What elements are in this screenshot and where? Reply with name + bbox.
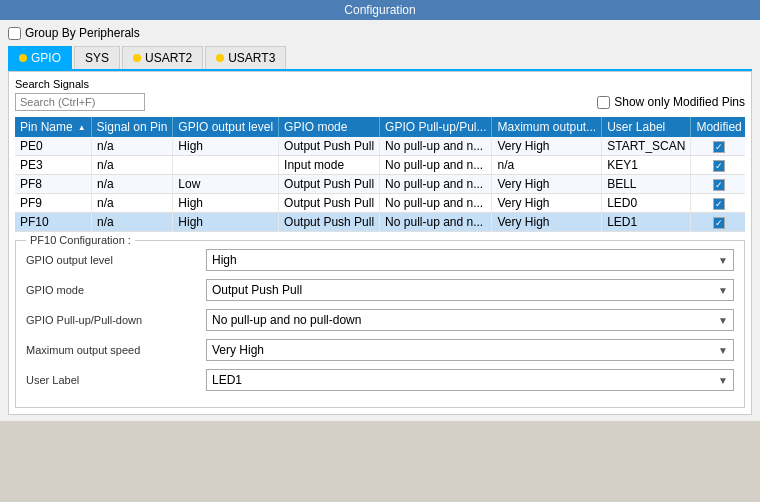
cell-pin-name: PF10 — [15, 213, 92, 232]
tab-sys-label: SYS — [85, 51, 109, 65]
modified-checkbox-icon — [713, 217, 725, 229]
cell-user-label: START_SCAN — [602, 137, 691, 156]
cell-pull-up: No pull-up and n... — [380, 156, 492, 175]
config-label-maxOutputSpeed: Maximum output speed — [26, 344, 206, 356]
config-select-gpioPullUpDown[interactable]: No pull-up and no pull-down ▼ — [206, 309, 734, 331]
chevron-down-icon: ▼ — [718, 375, 728, 386]
cell-pin-name: PE0 — [15, 137, 92, 156]
cell-max-speed: Very High — [492, 213, 602, 232]
config-select-value-gpioPullUpDown: No pull-up and no pull-down — [212, 313, 361, 327]
config-select-value-userLabel: LED1 — [212, 373, 242, 387]
cell-pin-name: PF8 — [15, 175, 92, 194]
chevron-down-icon: ▼ — [718, 255, 728, 266]
show-modified-checkbox[interactable] — [597, 96, 610, 109]
table-row[interactable]: PF10 n/a High Output Push Pull No pull-u… — [15, 213, 745, 232]
cell-gpio-level: High — [173, 194, 279, 213]
tab-usart3[interactable]: USART3 — [205, 46, 286, 69]
group-by-checkbox[interactable] — [8, 27, 21, 40]
cell-gpio-level: High — [173, 213, 279, 232]
table-row[interactable]: PE3 n/a Input mode No pull-up and n... n… — [15, 156, 745, 175]
col-pull-up[interactable]: GPIO Pull-up/Pul... — [380, 117, 492, 137]
config-label-gpioPullUpDown: GPIO Pull-up/Pull-down — [26, 314, 206, 326]
cell-signal: n/a — [92, 194, 173, 213]
config-label-gpioOutputLevel: GPIO output level — [26, 254, 206, 266]
cell-gpio-mode: Input mode — [279, 156, 380, 175]
tab-sys[interactable]: SYS — [74, 46, 120, 69]
cell-max-speed: Very High — [492, 194, 602, 213]
config-row-maxOutputSpeed: Maximum output speed Very High ▼ — [26, 339, 734, 361]
cell-user-label: LED0 — [602, 194, 691, 213]
modified-checkbox-icon — [713, 179, 725, 191]
config-label-userLabel: User Label — [26, 374, 206, 386]
cell-max-speed: Very High — [492, 137, 602, 156]
col-user-label[interactable]: User Label — [602, 117, 691, 137]
cell-gpio-mode: Output Push Pull — [279, 194, 380, 213]
cell-modified — [691, 137, 745, 156]
tab-usart2[interactable]: USART2 — [122, 46, 203, 69]
chevron-down-icon: ▼ — [718, 285, 728, 296]
cell-max-speed: n/a — [492, 156, 602, 175]
config-select-gpioOutputLevel[interactable]: High ▼ — [206, 249, 734, 271]
table-row[interactable]: PF9 n/a High Output Push Pull No pull-up… — [15, 194, 745, 213]
cell-gpio-level: High — [173, 137, 279, 156]
sort-arrow-icon: ▲ — [78, 123, 86, 132]
pin-table: Pin Name ▲ Signal on Pin GPIO output lev… — [15, 117, 745, 232]
modified-checkbox-icon — [713, 198, 725, 210]
table-row[interactable]: PF8 n/a Low Output Push Pull No pull-up … — [15, 175, 745, 194]
col-pin-name-text: Pin Name — [20, 120, 73, 134]
cell-pull-up: No pull-up and n... — [380, 194, 492, 213]
col-pin-name[interactable]: Pin Name ▲ — [15, 117, 92, 137]
col-gpio-mode[interactable]: GPIO mode — [279, 117, 380, 137]
gpio-dot-icon — [19, 54, 27, 62]
table-row[interactable]: PE0 n/a High Output Push Pull No pull-up… — [15, 137, 745, 156]
cell-gpio-mode: Output Push Pull — [279, 175, 380, 194]
tab-gpio[interactable]: GPIO — [8, 46, 72, 69]
group-by-text: Group By Peripherals — [25, 26, 140, 40]
config-select-maxOutputSpeed[interactable]: Very High ▼ — [206, 339, 734, 361]
cell-max-speed: Very High — [492, 175, 602, 194]
config-row-userLabel: User Label LED1 ▼ — [26, 369, 734, 391]
cell-modified — [691, 194, 745, 213]
col-signal[interactable]: Signal on Pin — [92, 117, 173, 137]
chevron-down-icon: ▼ — [718, 315, 728, 326]
cell-signal: n/a — [92, 137, 173, 156]
title-text: Configuration — [344, 3, 415, 17]
cell-gpio-mode: Output Push Pull — [279, 213, 380, 232]
cell-user-label: KEY1 — [602, 156, 691, 175]
cell-pull-up: No pull-up and n... — [380, 137, 492, 156]
cell-gpio-level: Low — [173, 175, 279, 194]
main-panel: Search Signals Show only Modified Pins P… — [8, 71, 752, 415]
cell-modified — [691, 156, 745, 175]
cell-pin-name: PE3 — [15, 156, 92, 175]
cell-user-label: BELL — [602, 175, 691, 194]
config-label-gpioMode: GPIO mode — [26, 284, 206, 296]
chevron-down-icon: ▼ — [718, 345, 728, 356]
col-gpio-level[interactable]: GPIO output level — [173, 117, 279, 137]
cell-signal: n/a — [92, 213, 173, 232]
search-input[interactable] — [15, 93, 145, 111]
config-select-gpioMode[interactable]: Output Push Pull ▼ — [206, 279, 734, 301]
table-wrapper: Pin Name ▲ Signal on Pin GPIO output lev… — [15, 117, 745, 232]
config-row-gpioPullUpDown: GPIO Pull-up/Pull-down No pull-up and no… — [26, 309, 734, 331]
col-modified[interactable]: Modified — [691, 117, 745, 137]
modified-checkbox-icon — [713, 160, 725, 172]
config-row-gpioMode: GPIO mode Output Push Pull ▼ — [26, 279, 734, 301]
cell-modified — [691, 213, 745, 232]
cell-gpio-mode: Output Push Pull — [279, 137, 380, 156]
config-legend: PF10 Configuration : — [26, 234, 135, 246]
usart3-dot-icon — [216, 54, 224, 62]
config-row-gpioOutputLevel: GPIO output level High ▼ — [26, 249, 734, 271]
tab-usart2-label: USART2 — [145, 51, 192, 65]
tab-gpio-label: GPIO — [31, 51, 61, 65]
config-select-userLabel[interactable]: LED1 ▼ — [206, 369, 734, 391]
col-max-speed[interactable]: Maximum output... — [492, 117, 602, 137]
usart2-dot-icon — [133, 54, 141, 62]
tabs-row: GPIO SYS USART2 USART3 — [8, 46, 752, 71]
show-modified-label[interactable]: Show only Modified Pins — [597, 95, 745, 109]
cell-gpio-level — [173, 156, 279, 175]
config-section: PF10 Configuration : GPIO output level H… — [15, 240, 745, 408]
modified-checkbox-icon — [713, 141, 725, 153]
cell-pin-name: PF9 — [15, 194, 92, 213]
group-by-label[interactable]: Group By Peripherals — [8, 26, 140, 40]
title-bar: Configuration — [0, 0, 760, 20]
